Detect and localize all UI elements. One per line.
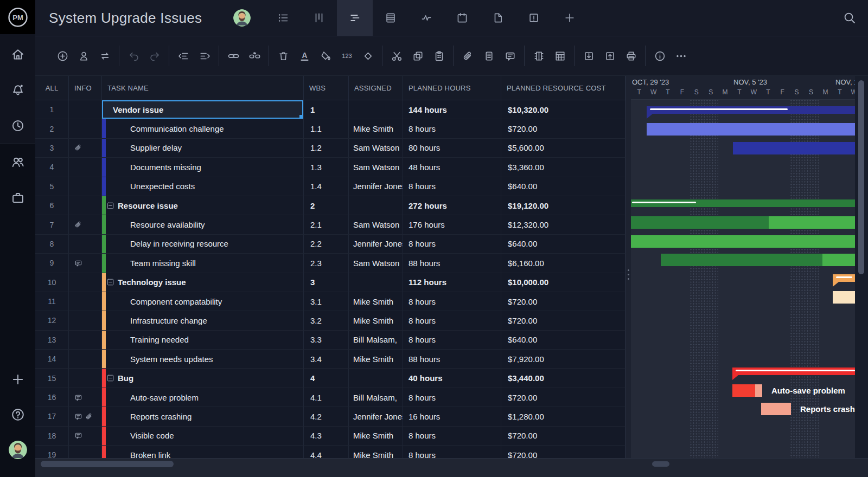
planned-cost-cell[interactable]: $640.00 bbox=[501, 235, 626, 253]
vertical-scrollbar-track[interactable] bbox=[855, 76, 868, 458]
planned-hours-cell[interactable]: 8 hours bbox=[403, 331, 501, 349]
sidebar-add-new-button[interactable] bbox=[11, 372, 25, 386]
info-cell[interactable] bbox=[69, 446, 102, 458]
row-number-cell[interactable]: 2 bbox=[35, 119, 69, 138]
tab-board[interactable] bbox=[301, 0, 337, 36]
task-row[interactable]: 15Bug440 hours$3,440.00 bbox=[35, 369, 626, 388]
paste-button[interactable] bbox=[433, 50, 445, 62]
task-name-cell[interactable]: Auto-save problem bbox=[102, 388, 304, 407]
tab-workload[interactable] bbox=[409, 0, 444, 36]
sidebar-home-button[interactable] bbox=[11, 47, 25, 61]
fill-color-button[interactable] bbox=[320, 50, 331, 62]
task-row[interactable]: 11Component compatability3.1Mike Smith8 … bbox=[35, 292, 626, 311]
row-number-cell[interactable]: 17 bbox=[35, 407, 69, 426]
collapse-toggle[interactable] bbox=[107, 375, 114, 382]
assigned-cell[interactable]: Jennifer Jones bbox=[349, 407, 403, 426]
gantt-summary-bar[interactable] bbox=[631, 199, 855, 207]
column-header-task-name[interactable]: TASK NAME bbox=[102, 76, 304, 100]
task-row[interactable]: 14System needs updates3.4Mike Smith88 ho… bbox=[35, 350, 626, 369]
assigned-cell[interactable]: Sam Watson bbox=[349, 254, 403, 272]
planned-hours-cell[interactable]: 8 hours bbox=[403, 292, 501, 311]
task-name-cell[interactable]: Team missing skill bbox=[102, 254, 304, 272]
wbs-cell[interactable]: 1 bbox=[304, 100, 349, 119]
task-name-cell[interactable]: Vendor issue bbox=[102, 100, 304, 119]
planned-cost-cell[interactable]: $6,160.00 bbox=[501, 254, 626, 272]
task-name-cell[interactable]: Documents missing bbox=[102, 158, 304, 176]
gantt-task-bar[interactable] bbox=[822, 254, 855, 266]
export-button[interactable] bbox=[604, 50, 616, 62]
number-format-button[interactable]: 123 bbox=[341, 50, 353, 62]
row-number-cell[interactable]: 6 bbox=[35, 196, 69, 215]
assigned-cell[interactable]: Mike Smith bbox=[349, 311, 403, 330]
assigned-cell[interactable]: Mike Smith bbox=[349, 446, 403, 458]
tab-gantt[interactable] bbox=[337, 0, 373, 36]
task-name-cell[interactable]: Bug bbox=[102, 369, 304, 387]
task-name-cell[interactable]: Resource availability bbox=[102, 215, 304, 234]
assigned-cell[interactable] bbox=[349, 273, 403, 292]
row-number-cell[interactable]: 1 bbox=[35, 100, 69, 119]
assigned-cell[interactable] bbox=[349, 369, 403, 387]
tab-sheet[interactable] bbox=[373, 0, 409, 36]
info-cell[interactable] bbox=[69, 311, 102, 330]
gantt-summary-bar[interactable] bbox=[732, 368, 855, 375]
sidebar-team-button[interactable] bbox=[11, 155, 25, 169]
tab-files[interactable] bbox=[480, 0, 516, 36]
task-row[interactable]: 6Resource issue2272 hours$19,120.00 bbox=[35, 196, 626, 215]
row-number-cell[interactable]: 15 bbox=[35, 369, 69, 387]
task-name-cell[interactable]: Delay in receiving resource bbox=[102, 235, 304, 253]
column-header-all[interactable]: ALL bbox=[35, 76, 69, 100]
info-cell[interactable] bbox=[69, 407, 102, 426]
milestone-button[interactable] bbox=[362, 50, 374, 62]
planned-hours-cell[interactable]: 40 hours bbox=[403, 369, 501, 387]
outdent-button[interactable] bbox=[177, 50, 189, 62]
attachment-button[interactable] bbox=[462, 50, 474, 62]
link-tasks-button[interactable] bbox=[227, 50, 239, 62]
column-header-info[interactable]: INFO bbox=[69, 76, 102, 100]
wbs-cell[interactable]: 3 bbox=[304, 273, 349, 292]
info-cell[interactable] bbox=[69, 100, 102, 119]
indent-button[interactable] bbox=[199, 50, 210, 62]
planned-hours-cell[interactable]: 272 hours bbox=[403, 196, 501, 215]
wbs-cell[interactable]: 2 bbox=[304, 196, 349, 215]
assigned-cell[interactable]: Bill Malsam, bbox=[349, 388, 403, 407]
table-horizontal-scrollbar-thumb[interactable] bbox=[41, 461, 174, 467]
planned-cost-cell[interactable]: $5,600.00 bbox=[501, 139, 626, 157]
info-cell[interactable] bbox=[69, 196, 102, 215]
gantt-task-bar[interactable] bbox=[733, 142, 855, 154]
tab-list[interactable] bbox=[265, 0, 301, 36]
task-name-cell[interactable]: Training needed bbox=[102, 331, 304, 349]
planned-hours-cell[interactable]: 8 hours bbox=[403, 177, 501, 196]
task-name-cell[interactable]: Communication challenge bbox=[102, 119, 304, 138]
planned-cost-cell[interactable]: $7,920.00 bbox=[501, 350, 626, 368]
grid-settings-button[interactable] bbox=[554, 50, 566, 62]
assigned-cell[interactable]: Sam Watson bbox=[349, 215, 403, 234]
row-number-cell[interactable]: 7 bbox=[35, 215, 69, 234]
planned-cost-cell[interactable]: $720.00 bbox=[501, 311, 626, 330]
gantt-summary-bar[interactable] bbox=[647, 106, 855, 114]
wbs-cell[interactable]: 3.1 bbox=[304, 292, 349, 311]
assigned-cell[interactable] bbox=[349, 100, 403, 119]
row-number-cell[interactable]: 9 bbox=[35, 254, 69, 272]
more-options-button[interactable] bbox=[675, 50, 687, 62]
gantt-task-bar[interactable] bbox=[761, 403, 791, 415]
assigned-cell[interactable]: Mike Smith bbox=[349, 119, 403, 138]
info-cell[interactable] bbox=[69, 388, 102, 407]
planned-hours-cell[interactable]: 88 hours bbox=[403, 254, 501, 272]
row-number-cell[interactable]: 10 bbox=[35, 273, 69, 292]
wbs-cell[interactable]: 4 bbox=[304, 369, 349, 387]
row-number-cell[interactable]: 18 bbox=[35, 427, 69, 445]
cut-button[interactable] bbox=[391, 50, 403, 62]
task-row[interactable]: 5Unexpected costs1.4Jennifer Jones8 hour… bbox=[35, 177, 626, 196]
wbs-cell[interactable]: 3.4 bbox=[304, 350, 349, 368]
tab-calendar[interactable] bbox=[444, 0, 480, 36]
planned-cost-cell[interactable]: $720.00 bbox=[501, 446, 626, 458]
assigned-cell[interactable]: Jennifer Jones bbox=[349, 177, 403, 196]
wbs-cell[interactable]: 1.4 bbox=[304, 177, 349, 196]
info-button[interactable] bbox=[654, 50, 666, 62]
planned-cost-cell[interactable]: $640.00 bbox=[501, 331, 626, 349]
task-name-cell[interactable]: Technology issue bbox=[102, 273, 304, 292]
assigned-cell[interactable]: Bill Malsam, bbox=[349, 331, 403, 349]
info-cell[interactable] bbox=[69, 158, 102, 176]
planned-cost-cell[interactable]: $720.00 bbox=[501, 388, 626, 407]
assigned-cell[interactable]: Mike Smith bbox=[349, 350, 403, 368]
